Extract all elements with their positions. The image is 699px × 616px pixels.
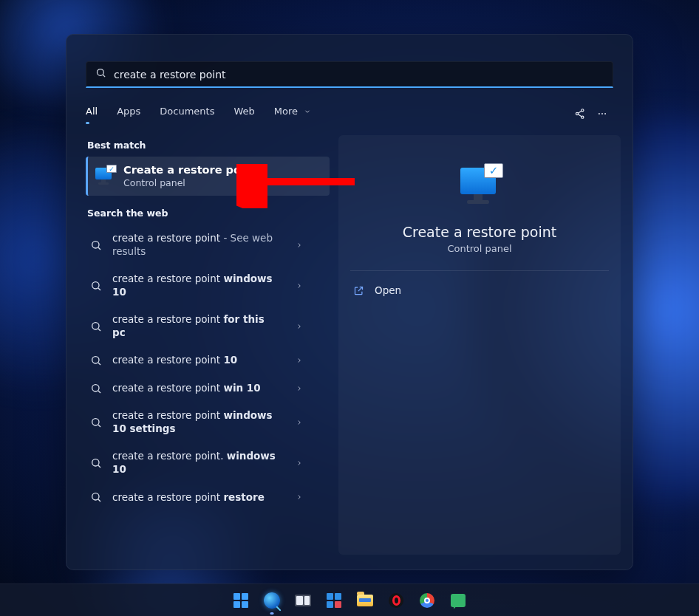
svg-point-4 [582, 116, 584, 118]
search-input[interactable] [114, 69, 604, 81]
start-search-panel: All Apps Documents Web More Best match ✓… [66, 34, 633, 570]
svg-line-17 [98, 363, 100, 365]
tab-apps[interactable]: Apps [117, 106, 140, 123]
web-result[interactable]: create a restore point - See web results [86, 225, 330, 265]
chat-icon [451, 594, 466, 607]
search-icon [90, 457, 102, 469]
open-external-icon [353, 285, 364, 296]
web-result[interactable]: create a restore point restore [86, 484, 330, 512]
detail-title: Create a restore point [352, 224, 607, 240]
svg-line-6 [578, 114, 582, 117]
filter-tabs: All Apps Documents Web More [86, 103, 613, 125]
best-match-subtitle: Control panel [123, 177, 257, 188]
detail-pane: ✓ Create a restore point Control panel O… [338, 135, 621, 555]
search-icon [90, 321, 102, 332]
svg-point-0 [98, 69, 104, 76]
search-icon [90, 280, 102, 292]
restore-point-icon-large: ✓ [457, 166, 502, 208]
opera-icon [389, 593, 403, 608]
tab-more[interactable]: More [274, 106, 311, 123]
chevron-right-icon [296, 459, 303, 467]
widgets-icon [327, 593, 341, 608]
svg-point-9 [604, 113, 606, 114]
taskbar-search-button[interactable] [260, 589, 284, 612]
web-result[interactable]: create a restore point. windows 10 [86, 442, 330, 483]
svg-point-10 [92, 241, 99, 247]
taskbar [0, 584, 699, 616]
web-result-text: create a restore point win 10 [112, 382, 285, 395]
chevron-right-icon [296, 242, 303, 249]
web-result[interactable]: create a restore point for this pc [86, 306, 330, 346]
open-action[interactable]: Open [352, 281, 607, 299]
svg-point-7 [599, 113, 600, 114]
search-icon [90, 383, 102, 394]
tab-documents[interactable]: Documents [160, 106, 214, 123]
web-result[interactable]: create a restore point windows 10 settin… [86, 402, 330, 442]
tab-all[interactable]: All [86, 106, 98, 123]
share-icon[interactable] [569, 103, 591, 125]
chevron-right-icon [296, 357, 303, 364]
svg-point-20 [92, 419, 99, 425]
best-match-title: Create a restore point [123, 164, 257, 176]
detail-subtitle: Control panel [352, 243, 607, 254]
svg-point-3 [576, 112, 578, 114]
results-column: Best match ✓ Create a restore point Cont… [86, 135, 330, 555]
chevron-right-icon [296, 493, 303, 501]
search-icon [90, 417, 102, 428]
chevron-down-icon [304, 108, 311, 115]
more-options-icon[interactable] [591, 103, 613, 125]
chevron-right-icon [296, 323, 303, 330]
start-button[interactable] [229, 589, 253, 612]
web-result[interactable]: create a restore point windows 10 [86, 265, 330, 306]
svg-point-14 [92, 322, 99, 329]
web-result-text: create a restore point. windows 10 [112, 450, 285, 476]
search-icon [90, 355, 102, 366]
web-result-text: create a restore point 10 [112, 354, 285, 367]
chevron-right-icon [296, 282, 303, 290]
best-match-label: Best match [87, 140, 330, 151]
detail-icon: ✓ [352, 166, 607, 208]
svg-line-11 [98, 247, 100, 250]
svg-line-19 [98, 391, 100, 393]
web-result-text: create a restore point windows 10 [112, 273, 285, 298]
opera-button[interactable] [384, 589, 408, 612]
web-result-text: create a restore point restore [112, 491, 285, 504]
svg-point-12 [92, 281, 99, 288]
folder-icon [357, 595, 373, 606]
chevron-right-icon [296, 419, 303, 426]
task-view-button[interactable] [291, 589, 315, 612]
detail-divider [350, 270, 609, 271]
chevron-right-icon [296, 385, 303, 392]
svg-line-1 [103, 75, 105, 77]
search-bar[interactable] [86, 61, 613, 88]
svg-point-2 [582, 109, 584, 112]
web-result[interactable]: create a restore point 10 [86, 346, 330, 374]
svg-line-23 [98, 465, 100, 468]
widgets-button[interactable] [322, 589, 346, 612]
web-result[interactable]: create a restore point win 10 [86, 374, 330, 403]
svg-point-22 [92, 459, 99, 466]
svg-line-15 [98, 329, 100, 331]
svg-line-25 [98, 499, 100, 502]
best-match-result[interactable]: ✓ Create a restore point Control panel [86, 157, 330, 196]
chrome-button[interactable] [415, 589, 439, 612]
svg-point-16 [92, 357, 99, 363]
chat-app-button[interactable] [446, 589, 470, 612]
task-view-icon [295, 595, 311, 606]
restore-point-icon: ✓ [95, 167, 115, 186]
search-icon [90, 239, 102, 251]
svg-point-18 [92, 384, 99, 391]
search-icon [264, 592, 280, 609]
web-result-text: create a restore point for this pc [112, 313, 285, 339]
svg-line-13 [98, 288, 100, 290]
search-web-label: Search the web [87, 208, 330, 219]
tab-web[interactable]: Web [233, 106, 254, 123]
svg-line-5 [578, 111, 582, 113]
svg-point-24 [92, 493, 99, 500]
search-icon [90, 491, 102, 503]
svg-point-8 [601, 113, 603, 114]
web-result-text: create a restore point windows 10 settin… [112, 409, 285, 435]
file-explorer-button[interactable] [353, 589, 377, 612]
svg-line-21 [98, 425, 100, 427]
chrome-icon [420, 593, 434, 608]
